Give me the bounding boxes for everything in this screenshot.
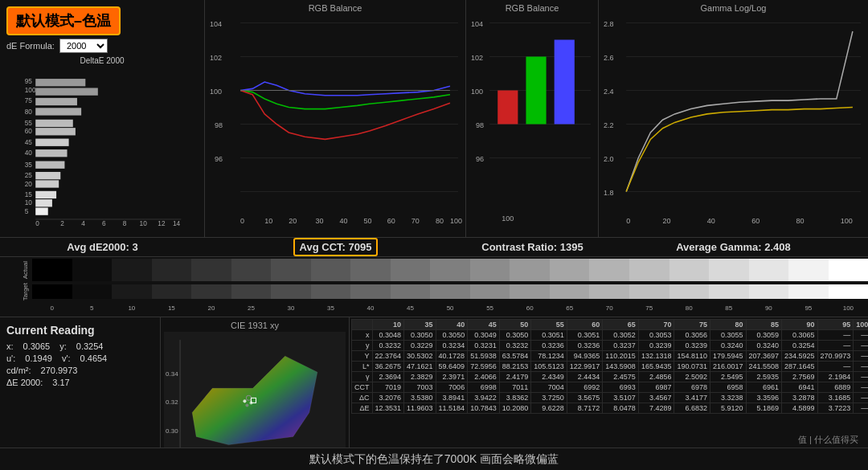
svg-text:40: 40: [340, 217, 348, 225]
table-row: x 0.30480.30500.30500.30490.30500.30510.…: [352, 330, 869, 341]
row-label: x: [352, 330, 373, 341]
actual-swatches: [32, 259, 868, 281]
svg-text:2: 2: [60, 220, 64, 227]
svg-point-109: [245, 403, 248, 407]
u-label: u':: [6, 354, 15, 363]
v-value: 0.4654: [80, 354, 108, 363]
de-bar-chart: 95 100 75 80 55 60 45 40 35 25 20 15 10 …: [6, 67, 198, 231]
svg-rect-21: [35, 149, 67, 157]
svg-text:10: 10: [140, 220, 148, 227]
panel-de-chart: dE Formula: 2000 DeltaE 2000 95 100 75 8…: [0, 0, 205, 237]
col-ire: [352, 320, 373, 330]
watermark: 值 | 什么值得买: [798, 434, 858, 446]
svg-rect-14: [35, 79, 85, 86]
svg-text:0: 0: [240, 217, 244, 225]
x-label: x:: [6, 341, 14, 351]
rgb-balance-small-title: RGB Balance: [469, 3, 595, 13]
svg-text:80: 80: [796, 217, 804, 225]
svg-rect-23: [35, 172, 60, 179]
col-85: 85: [746, 320, 782, 330]
col-40: 40: [436, 320, 468, 330]
cie-chart-area: 0.34 0.32 0.30 0.29 0.30 0.31 0.32 0.33: [164, 332, 346, 467]
svg-rect-17: [35, 108, 81, 115]
svg-text:40: 40: [707, 217, 715, 225]
avg-de-value: Avg dE2000: 3: [0, 241, 205, 253]
svg-text:25: 25: [25, 172, 33, 179]
table-row: ΔC 3.20763.53803.89413.94223.83623.72503…: [352, 393, 869, 403]
svg-text:40: 40: [25, 149, 33, 157]
svg-text:50: 50: [364, 217, 372, 225]
de-value: 3.17: [52, 378, 69, 387]
svg-text:0.32: 0.32: [166, 398, 178, 406]
x-value: 0.3065: [23, 341, 51, 351]
svg-text:2.4: 2.4: [604, 88, 614, 96]
panel-gamma: Gamma Log/Log 2.8 2.6 2.4 2.2 2.0: [599, 0, 868, 237]
col-55: 55: [531, 320, 567, 330]
svg-text:104: 104: [210, 20, 222, 28]
rgb-balance-large-chart: 104 102 100 98 96 0 10 20 30 40 50 60 70…: [208, 14, 462, 234]
svg-rect-18: [35, 120, 73, 127]
cd-value: 270.9973: [41, 366, 78, 375]
svg-text:55: 55: [25, 120, 33, 127]
svg-rect-25: [35, 191, 56, 198]
row-label: ΔC: [352, 393, 373, 403]
data-table: 10 35 40 45 50 55 60 65 70 75 80 85 90 9…: [351, 319, 868, 414]
row-label: CCT: [352, 382, 373, 393]
svg-text:98: 98: [476, 121, 484, 129]
target-label: Target: [22, 283, 29, 300]
delta-chart-title: DeltaE 2000: [6, 56, 198, 65]
svg-rect-27: [35, 207, 48, 215]
row-label: γ: [352, 372, 373, 382]
svg-text:2.2: 2.2: [604, 121, 614, 129]
svg-rect-16: [35, 98, 77, 105]
u-value: 0.1949: [25, 354, 52, 363]
footer-text: 默认模式下的色温保持在了7000K 画面会略微偏蓝: [309, 452, 559, 467]
svg-text:96: 96: [215, 155, 223, 163]
col-35: 35: [404, 320, 436, 330]
col-50: 50: [499, 320, 531, 330]
svg-text:100: 100: [471, 88, 483, 96]
y-value: 0.3254: [76, 341, 104, 351]
svg-text:6: 6: [102, 220, 106, 227]
svg-rect-22: [35, 161, 64, 169]
gamma-chart: 2.8 2.6 2.4 2.2 2.0 1.8 0 20 40 60 80 10…: [602, 14, 865, 234]
svg-text:100: 100: [210, 88, 222, 96]
table-row: CCT 701970037006699870117004699269936987…: [352, 382, 869, 393]
row-label: L*: [352, 362, 373, 372]
row-label: ΔE: [352, 403, 373, 414]
avg-cct-box: Avg CCT: 7095: [293, 238, 379, 256]
svg-text:1.8: 1.8: [604, 189, 614, 197]
table-row: Y 22.376430.530240.172851.593863.578478.…: [352, 351, 869, 362]
table-row: y 0.32320.32290.32340.32310.32320.32360.…: [352, 341, 869, 351]
col-95: 95: [817, 320, 854, 330]
top-charts-section: dE Formula: 2000 DeltaE 2000 95 100 75 8…: [0, 0, 868, 237]
col-45: 45: [468, 320, 500, 330]
row-label: Y: [352, 351, 373, 362]
svg-text:0.30: 0.30: [166, 427, 178, 435]
svg-text:104: 104: [471, 20, 483, 28]
rgb-balance-large-title: RGB Balance: [208, 3, 462, 13]
title-badge: 默认模式–色温: [6, 6, 121, 35]
panel-rgb-balance-small: RGB Balance 104 102 100 98 96: [466, 0, 599, 237]
svg-text:60: 60: [25, 128, 33, 135]
svg-rect-19: [35, 128, 76, 135]
svg-rect-24: [35, 180, 59, 187]
svg-text:20: 20: [25, 181, 33, 188]
row-label: y: [352, 341, 373, 351]
svg-text:102: 102: [210, 54, 222, 62]
svg-rect-15: [35, 88, 98, 95]
cd-label: cd/m²:: [6, 366, 31, 375]
svg-text:4: 4: [81, 220, 85, 227]
de-formula-select[interactable]: 2000: [59, 39, 108, 53]
gamma-title: Gamma Log/Log: [602, 3, 865, 13]
svg-text:2.8: 2.8: [604, 20, 614, 28]
rgb-balance-small-chart: 104 102 100 98 96: [469, 14, 595, 234]
svg-rect-20: [35, 139, 68, 146]
table-row: γ 2.36942.38292.39712.40662.41792.43492.…: [352, 372, 869, 382]
svg-rect-70: [497, 91, 518, 125]
col-65: 65: [603, 320, 639, 330]
cie-title: CIE 1931 xy: [164, 321, 346, 330]
de-formula-label: dE Formula:: [6, 41, 55, 51]
avg-cct-value: Avg CCT: 7095: [205, 238, 466, 256]
y-label: y:: [59, 341, 67, 351]
